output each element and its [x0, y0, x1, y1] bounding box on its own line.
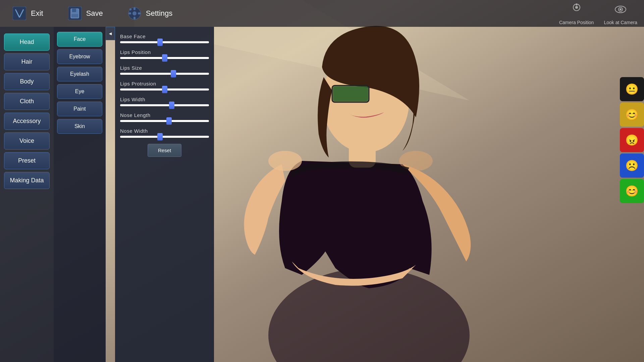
svg-rect-16: [71, 14, 78, 17]
sub-btn-paint[interactable]: Paint: [57, 102, 102, 116]
slider-track-lips-size[interactable]: [120, 73, 209, 75]
save-menu-item[interactable]: Save: [62, 3, 108, 23]
slider-thumb-lips-width[interactable]: [169, 102, 174, 109]
camera-controls: Camera Position Look at Camera: [559, 3, 637, 25]
sub-btn-face[interactable]: Face: [57, 32, 102, 47]
svg-rect-22: [138, 12, 141, 14]
svg-point-30: [620, 8, 622, 10]
slider-group-lips-protrusion: Lips Protrusion: [120, 81, 209, 90]
sidebar-btn-voice[interactable]: Voice: [4, 132, 50, 149]
emotion-panel: 😐😊😠☹️😊: [620, 77, 644, 203]
sidebar-btn-hair[interactable]: Hair: [4, 53, 50, 70]
emotion-btn-sad[interactable]: ☹️: [620, 154, 644, 178]
sidebar-btn-making-data[interactable]: Making Data: [4, 172, 50, 189]
slider-group-nose-length: Nose Length: [120, 112, 209, 122]
slider-thumb-lips-size[interactable]: [171, 70, 176, 77]
svg-rect-6: [333, 86, 368, 101]
slider-label-lips-width: Lips Width: [120, 97, 209, 102]
svg-point-25: [575, 6, 578, 9]
slider-group-lips-size: Lips Size: [120, 65, 209, 75]
slider-thumb-nose-width[interactable]: [157, 133, 163, 140]
svg-rect-20: [133, 17, 136, 19]
slider-group-nose-width: Nose Width: [120, 128, 209, 138]
sub-btn-skin[interactable]: Skin: [57, 119, 102, 134]
slider-thumb-lips-position[interactable]: [162, 54, 167, 62]
settings-icon: [127, 6, 142, 21]
slider-group-lips-width: Lips Width: [120, 97, 209, 106]
settings-menu-item[interactable]: Settings: [122, 3, 178, 23]
save-icon: [67, 6, 82, 21]
left-sidebar: HeadHairBodyClothAccessoryVoicePresetMak…: [0, 27, 54, 362]
sidebar-btn-preset[interactable]: Preset: [4, 152, 50, 169]
slider-label-nose-width: Nose Width: [120, 128, 209, 134]
sidebar-btn-accessory[interactable]: Accessory: [4, 113, 50, 130]
sub-btn-eyebrow[interactable]: Eyebrow: [57, 49, 102, 64]
emotion-btn-very-happy[interactable]: 😊: [620, 179, 644, 203]
slider-track-nose-length[interactable]: [120, 120, 209, 122]
reset-button[interactable]: Reset: [148, 144, 181, 157]
look-at-camera-control[interactable]: Look at Camera: [604, 3, 637, 25]
slider-track-lips-width[interactable]: [120, 104, 209, 106]
exit-menu-item[interactable]: Exit: [7, 3, 49, 23]
look-at-camera-icon: [614, 3, 627, 18]
sidebar-btn-head[interactable]: Head: [4, 34, 50, 51]
exit-icon: [12, 6, 27, 21]
emotion-btn-angry[interactable]: 😠: [620, 128, 644, 152]
top-bar: Exit Save Settings: [0, 0, 644, 27]
slider-track-nose-width[interactable]: [120, 136, 209, 138]
slider-thumb-lips-protrusion[interactable]: [162, 86, 167, 93]
svg-rect-21: [128, 12, 131, 14]
slider-thumb-nose-length[interactable]: [166, 117, 172, 125]
slider-label-lips-size: Lips Size: [120, 65, 209, 71]
sub-panel: FaceEyebrowEyelashEyePaintSkin: [54, 27, 106, 362]
camera-position-label: Camera Position: [559, 20, 594, 25]
sub-btn-eye[interactable]: Eye: [57, 84, 102, 99]
emotion-btn-happy-gold[interactable]: 😊: [620, 103, 644, 127]
svg-rect-19: [133, 7, 136, 10]
slider-track-lips-position[interactable]: [120, 57, 209, 59]
detail-panel: Base FaceLips PositionLips SizeLips Prot…: [115, 27, 214, 362]
camera-position-control[interactable]: Camera Position: [559, 3, 594, 25]
slider-group-base-face: Base Face: [120, 34, 209, 43]
look-at-camera-label: Look at Camera: [604, 20, 637, 25]
sub-btn-eyelash[interactable]: Eyelash: [57, 67, 102, 81]
svg-point-18: [132, 11, 137, 15]
camera-position-icon: [571, 3, 583, 18]
slider-thumb-base-face[interactable]: [157, 39, 163, 46]
emotion-btn-neutral[interactable]: 😐: [620, 77, 644, 101]
slider-label-nose-length: Nose Length: [120, 112, 209, 118]
svg-rect-15: [72, 9, 76, 12]
slider-track-base-face[interactable]: [120, 41, 209, 43]
save-label: Save: [86, 9, 103, 18]
slider-track-lips-protrusion[interactable]: [120, 88, 209, 90]
sidebar-btn-body[interactable]: Body: [4, 73, 50, 90]
slider-label-base-face: Base Face: [120, 34, 209, 39]
settings-label: Settings: [146, 9, 173, 18]
collapse-arrow[interactable]: ◄: [106, 27, 115, 40]
svg-point-8: [268, 151, 302, 171]
slider-group-lips-position: Lips Position: [120, 49, 209, 59]
sidebar-btn-cloth[interactable]: Cloth: [4, 93, 50, 110]
svg-rect-10: [13, 7, 26, 20]
exit-label: Exit: [31, 9, 43, 18]
